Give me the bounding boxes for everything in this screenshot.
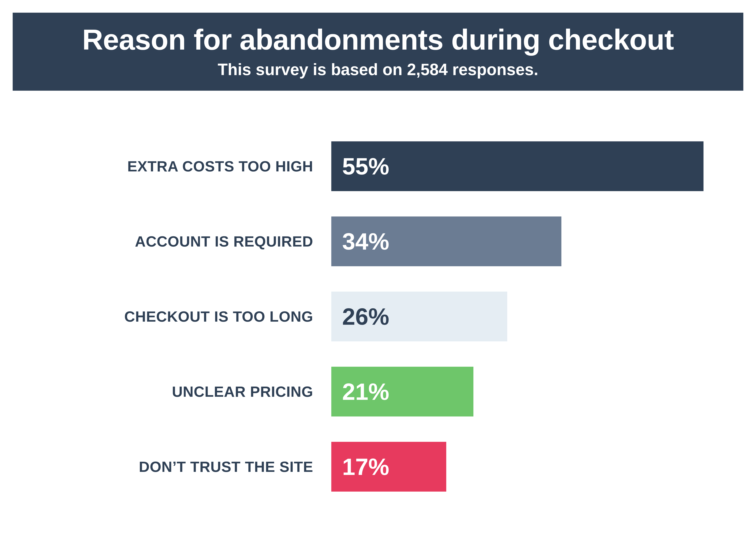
category-label: ACCOUNT IS REQUIRED xyxy=(20,233,331,250)
bar-row: CHECKOUT IS TOO LONG 26% xyxy=(20,291,703,341)
bar-track: 34% xyxy=(331,217,703,266)
category-label: EXTRA COSTS TOO HIGH xyxy=(20,158,331,175)
bar-row: DON’T TRUST THE SITE 17% xyxy=(20,442,703,492)
bar-value-label: 17% xyxy=(342,453,389,480)
bar-track: 21% xyxy=(331,367,703,416)
category-label: DON’T TRUST THE SITE xyxy=(20,458,331,475)
bar-track: 17% xyxy=(331,442,703,492)
bar-row: EXTRA COSTS TOO HIGH 55% xyxy=(20,141,703,191)
bar-value-label: 26% xyxy=(342,303,389,330)
category-label: UNCLEAR PRICING xyxy=(20,383,331,400)
bar: 26% xyxy=(331,291,507,341)
bar: 21% xyxy=(331,367,473,416)
bar-value-label: 34% xyxy=(342,228,389,255)
bar: 17% xyxy=(331,442,446,492)
bar-row: ACCOUNT IS REQUIRED 34% xyxy=(20,217,703,266)
bar-track: 55% xyxy=(331,141,703,191)
bar-value-label: 21% xyxy=(342,378,389,405)
chart-title: Reason for abandonments during checkout xyxy=(20,24,736,55)
bar: 34% xyxy=(331,217,561,266)
bar-value-label: 55% xyxy=(342,153,389,180)
bar-chart: EXTRA COSTS TOO HIGH 55% ACCOUNT IS REQU… xyxy=(13,141,743,492)
bar-row: UNCLEAR PRICING 21% xyxy=(20,367,703,416)
chart-subtitle: This survey is based on 2,584 responses. xyxy=(20,60,736,79)
category-label: CHECKOUT IS TOO LONG xyxy=(20,308,331,325)
bar: 55% xyxy=(331,141,703,191)
chart-header: Reason for abandonments during checkout … xyxy=(13,13,743,91)
bar-track: 26% xyxy=(331,291,703,341)
